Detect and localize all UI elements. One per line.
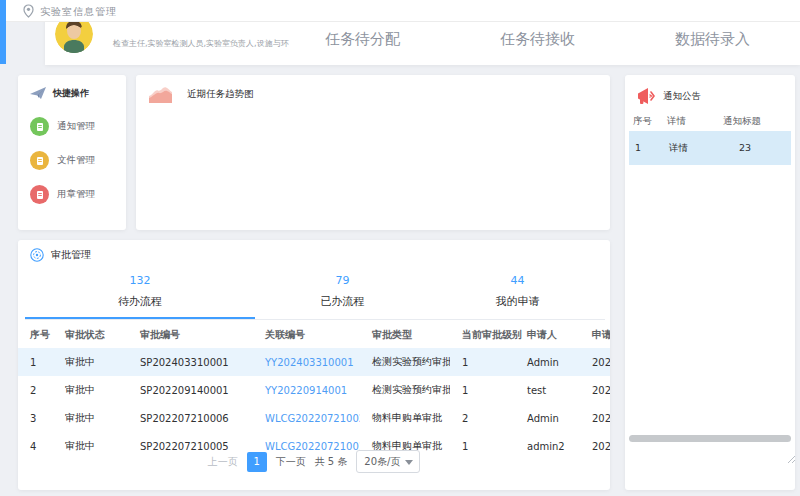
- notice-row-title: 23: [739, 142, 751, 153]
- quick-action-2[interactable]: 文件管理: [30, 151, 95, 170]
- area-chart-icon: [148, 83, 173, 105]
- trend-chart-header: 近期任务趋势图: [148, 83, 254, 105]
- total-count-label: 共 5 条: [315, 455, 348, 469]
- table-row[interactable]: 2审批中SP202209140001YY20220914001检测实验预约审批1…: [18, 376, 610, 404]
- app-title: 实验室信息管理: [40, 5, 117, 19]
- tab-count: 79: [255, 272, 430, 290]
- prev-page-button[interactable]: 上一页: [208, 455, 238, 469]
- left-accent-strip: [0, 0, 6, 64]
- tab-label: 已办流程: [255, 294, 430, 309]
- quick-action-label: 用章管理: [57, 188, 95, 201]
- tab-已办流程[interactable]: 79已办流程: [255, 268, 430, 319]
- column-header: 关联编号: [253, 324, 360, 348]
- notice-col-index: 序号: [633, 115, 652, 128]
- table-cell: 物料申购单审批: [360, 404, 450, 432]
- notice-row-index: 1: [635, 142, 641, 153]
- tab-label: 我的申请: [430, 294, 605, 309]
- column-header: 申请人: [515, 324, 580, 348]
- page-number-button[interactable]: 1: [247, 452, 267, 472]
- notice-row[interactable]: 1 详情 23: [629, 131, 791, 165]
- tab-我的申请[interactable]: 44我的申请: [430, 268, 605, 319]
- table-cell: 审批中: [53, 376, 128, 404]
- table-cell: 1: [450, 348, 515, 376]
- notice-header: 通知公告: [635, 87, 701, 106]
- trend-chart-card: 近期任务趋势图: [136, 75, 610, 230]
- quick-action-label: 通知管理: [57, 120, 95, 133]
- stat-label: 任务待分配: [275, 30, 450, 49]
- quick-actions-card: 快捷操作 通知管理文件管理用章管理: [18, 75, 126, 230]
- table-cell: 检测实验预约审批: [360, 348, 450, 376]
- megaphone-icon: [635, 87, 656, 106]
- chevron-down-icon: [405, 460, 413, 465]
- stat-label: 任务待接收: [450, 30, 625, 49]
- column-header: 申请时间: [580, 324, 610, 348]
- notice-col-title: 通知标题: [723, 115, 761, 128]
- table-cell: SP202209140001: [128, 376, 253, 404]
- next-page-button[interactable]: 下一页: [276, 455, 306, 469]
- table-cell: 2: [450, 404, 515, 432]
- notice-manage-icon: [30, 117, 49, 136]
- resize-grip-icon[interactable]: [787, 455, 796, 464]
- related-id-link[interactable]: YY202403310001: [253, 348, 360, 376]
- tab-count: 132: [25, 272, 255, 290]
- table-cell: 1: [450, 376, 515, 404]
- quick-actions-title: 快捷操作: [53, 87, 89, 100]
- table-cell: SP202403310001: [128, 348, 253, 376]
- page-size-select[interactable]: 20条/页: [356, 450, 420, 473]
- page-size-value: 20条/页: [364, 455, 400, 469]
- table-cell: test: [515, 376, 580, 404]
- notice-card: 通知公告 序号 详情 通知标题 1 详情 23: [625, 75, 795, 490]
- related-id-link[interactable]: YY20220914001: [253, 376, 360, 404]
- table-cell: 2: [18, 376, 53, 404]
- file-manage-icon: [30, 151, 49, 170]
- notice-detail-link[interactable]: 详情: [669, 142, 688, 155]
- column-header: 审批编号: [128, 324, 253, 348]
- column-header: 审批类型: [360, 324, 450, 348]
- quick-action-1[interactable]: 通知管理: [30, 117, 95, 136]
- approval-title: 审批管理: [51, 248, 91, 262]
- table-cell: 2024-03-31: [580, 348, 610, 376]
- paper-plane-icon: [30, 87, 47, 100]
- tab-label: 待办流程: [25, 294, 255, 309]
- table-cell: 审批中: [53, 348, 128, 376]
- stat-label: 数据待录入: [625, 30, 800, 49]
- table-cell: 审批中: [53, 404, 128, 432]
- table-cell: 1: [18, 348, 53, 376]
- tab-count: 44: [430, 272, 605, 290]
- approval-card: 审批管理 132待办流程79已办流程44我的申请 序号审批状态审批编号关联编号审…: [18, 240, 610, 490]
- table-cell: 检测实验预约审批: [360, 376, 450, 404]
- approval-badge-icon: [30, 248, 44, 262]
- column-header: 审批状态: [53, 324, 128, 348]
- related-id-link[interactable]: WLCG20220721002: [253, 404, 360, 432]
- user-roles: 检查主任,实验室检测人员,实验室负责人,设施与环: [113, 38, 289, 49]
- notice-title: 通知公告: [663, 90, 701, 103]
- approval-tabs: 132待办流程79已办流程44我的申请: [25, 268, 605, 320]
- table-cell: 2022-09-14: [580, 376, 610, 404]
- column-header: 当前审批级别: [450, 324, 515, 348]
- trend-chart-title: 近期任务趋势图: [187, 88, 254, 101]
- map-pin-icon: [23, 4, 34, 18]
- table-cell: 2022-07-21: [580, 404, 610, 432]
- horizontal-scrollbar[interactable]: [629, 435, 791, 442]
- seal-manage-icon: [30, 185, 49, 204]
- table-row[interactable]: 3审批中SP202207210006WLCG20220721002物料申购单审批…: [18, 404, 610, 432]
- table-cell: Admin: [515, 348, 580, 376]
- tab-待办流程[interactable]: 132待办流程: [25, 268, 255, 319]
- approval-header: 审批管理: [30, 248, 91, 262]
- notice-col-detail: 详情: [667, 115, 686, 128]
- column-header: 序号: [18, 324, 53, 348]
- table-row[interactable]: 1审批中SP202403310001YY202403310001检测实验预约审批…: [18, 348, 610, 376]
- pagination: 上一页 1 下一页 共 5 条 20条/页: [18, 450, 610, 473]
- table-cell: SP202207210006: [128, 404, 253, 432]
- window-titlebar: 实验室信息管理: [0, 0, 800, 22]
- quick-action-3[interactable]: 用章管理: [30, 185, 95, 204]
- approval-table: 序号审批状态审批编号关联编号审批类型当前审批级别申请人申请时间 1审批中SP20…: [18, 324, 610, 460]
- quick-actions-header: 快捷操作: [30, 87, 89, 100]
- table-cell: 3: [18, 404, 53, 432]
- quick-action-label: 文件管理: [57, 154, 95, 167]
- table-cell: Admin: [515, 404, 580, 432]
